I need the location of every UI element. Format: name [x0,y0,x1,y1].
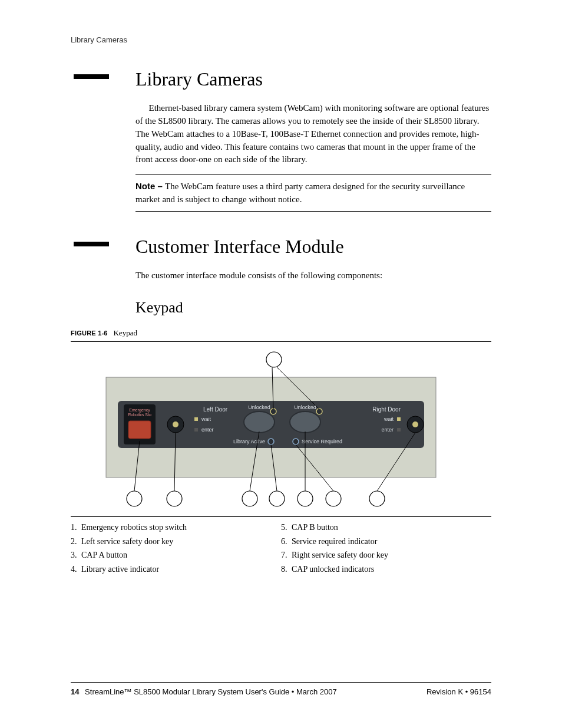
para-library-cameras: Ethernet-based library camera system (We… [135,102,491,166]
svg-point-5 [173,421,178,427]
callout-marker-8 [266,352,282,367]
estop-label-2: Robotics Sto [128,413,151,417]
subsection-title-keypad: Keypad [135,299,491,317]
wait-right-label: wait [384,416,394,422]
svg-point-13 [293,439,299,444]
figure-keypad: Emergency Robotics Sto Left Door wait en… [71,341,491,517]
callout-marker-4 [269,491,285,506]
footer-title: StreamLine™ SL8500 Modular Library Syste… [85,687,337,696]
callout-marker-2 [167,491,182,506]
svg-rect-14 [397,417,401,421]
callout-marker-3 [242,491,257,506]
note-text: The WebCam feature uses a third party ca… [135,182,465,204]
section-title-library-cameras: Library Cameras [135,68,491,90]
figure-title: Keypad [113,328,137,337]
para-cim-intro: The customer interface module consists o… [135,269,491,282]
page-footer: 14 StreamLine™ SL8500 Modular Library Sy… [71,682,491,696]
unlocked-a-label: Unlocked [248,404,270,410]
svg-point-17 [412,421,418,427]
running-header: Library Cameras [71,35,491,44]
figure-caption: FIGURE 1-6 Keypad [71,328,491,338]
figure-legend: 1.Emergency robotics stop switch 2.Left … [71,521,491,577]
svg-point-11 [316,409,322,414]
wait-left-label: wait [201,416,211,422]
callout-marker-5 [297,491,313,506]
svg-rect-3 [128,421,151,439]
footer-revision: Revision K • 96154 [427,687,491,696]
svg-point-9 [270,409,276,414]
page-number: 14 [71,687,79,696]
legend-item-8: 8.CAP unlocked indicators [281,562,491,577]
svg-point-12 [268,439,274,444]
library-active-label: Library Active [233,439,265,444]
callout-marker-7 [369,491,385,506]
svg-point-8 [244,411,275,433]
section-title-cim: Customer Interface Module [135,235,491,258]
note-label: Note – [135,181,165,191]
keypad-illustration: Emergency Robotics Sto Left Door wait en… [71,348,491,507]
svg-rect-15 [397,428,401,431]
legend-item-1: 1.Emergency robotics stop switch [71,521,281,535]
right-door-label: Right Door [372,406,401,413]
svg-rect-6 [194,417,198,421]
legend-item-3: 3.CAP A button [71,548,281,562]
svg-rect-7 [194,428,198,431]
figure-label: FIGURE 1-6 [71,330,108,337]
enter-right-label: enter [381,427,394,433]
legend-item-7: 7.Right service safety door key [281,548,491,562]
svg-point-10 [290,411,320,433]
service-required-label: Service Required [302,439,342,444]
legend-item-4: 4.Library active indicator [71,562,281,577]
enter-left-label: enter [201,427,214,433]
legend-item-5: 5.CAP B button [281,521,491,535]
legend-item-6: 6.Service required indicator [281,535,491,549]
unlocked-b-label: Unlocked [294,404,316,410]
left-door-label: Left Door [203,406,228,413]
note-block: Note – The WebCam feature uses a third p… [135,174,491,212]
estop-label-1: Emergency [129,408,150,413]
callout-marker-1 [127,491,142,506]
callout-marker-6 [326,491,341,506]
legend-item-2: 2.Left service safety door key [71,535,281,549]
